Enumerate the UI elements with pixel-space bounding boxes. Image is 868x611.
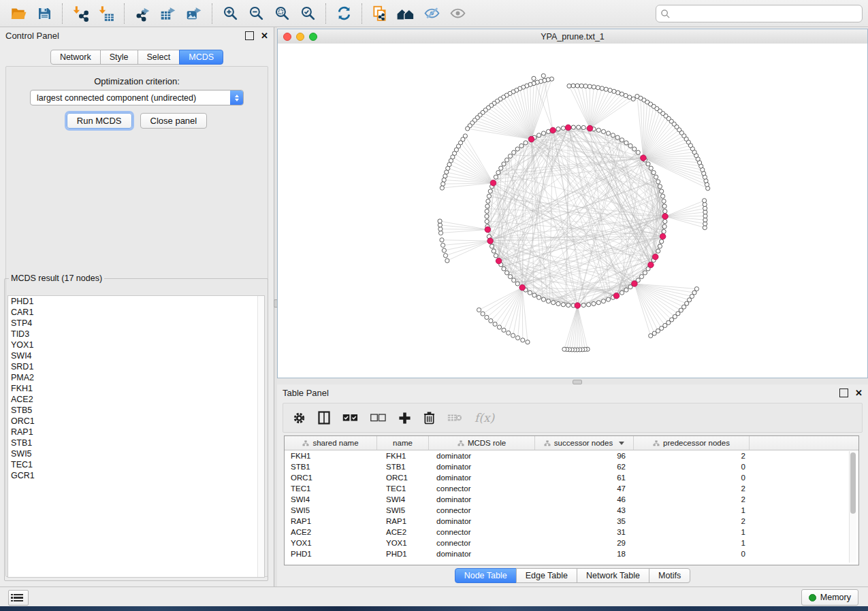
mcds-result-item[interactable]: CAR1 [8,307,264,318]
network-window-titlebar[interactable]: YPA_prune.txt_1 [278,29,867,44]
tab-style[interactable]: Style [100,50,138,65]
table-row[interactable]: ACE2ACE2connector311 [285,527,858,538]
mcds-result-item[interactable]: STB1 [8,437,264,448]
hide-selected-button[interactable] [420,3,443,24]
close-panel-button[interactable]: Close panel [140,113,208,129]
mcds-result-item[interactable]: PHD1 [8,296,264,307]
mcds-result-item[interactable]: SWI4 [8,350,264,361]
show-columns-button[interactable] [318,411,330,425]
close-panel-icon[interactable]: ✕ [855,389,863,397]
table-cell: ORC1 [285,474,377,482]
select-all-button[interactable] [342,414,358,422]
toolbar-separator [62,3,63,24]
mcds-result-item[interactable]: YOX1 [8,340,264,350]
task-history-button[interactable] [8,590,29,606]
table-cell: SWI4 [377,495,429,503]
export-network-button[interactable] [131,3,154,24]
open-folder-icon [10,5,27,22]
table-scrollbar[interactable] [849,451,856,563]
table-cell: connector [429,528,535,536]
export-table-button[interactable] [157,3,180,24]
table-row[interactable]: RAP1RAP1dominator352 [285,516,858,527]
tab-select[interactable]: Select [138,50,180,65]
mcds-result-item[interactable]: PMA2 [8,372,264,383]
tab-node-table[interactable]: Node Table [455,568,517,583]
mcds-result-item[interactable]: RAP1 [8,427,264,437]
mcds-result-list[interactable]: PHD1CAR1STP4TID3YOX1SWI4SRD1PMA2FKH1ACE2… [7,295,265,578]
network-canvas[interactable] [278,44,867,378]
tab-network-table[interactable]: Network Table [577,568,649,583]
refresh-button[interactable] [332,3,355,24]
tab-edge-table[interactable]: Edge Table [516,568,577,583]
mcds-result-title: MCDS result (17 nodes) [9,274,104,283]
zoom-out-button[interactable] [244,3,268,24]
deselect-all-button[interactable] [370,414,386,422]
mcds-list-scrollbar[interactable] [257,296,264,577]
mcds-result-item[interactable]: GCR1 [8,470,264,481]
clone-network-button[interactable] [368,3,391,24]
table-settings-button[interactable] [293,412,306,425]
criterion-select[interactable]: largest connected component (undirected) [30,90,244,105]
mcds-result-item[interactable]: TEC1 [8,459,264,470]
column-header-predecessor-nodes[interactable]: predecessor nodes [634,436,750,450]
tab-network[interactable]: Network [50,50,101,65]
node-table: shared name name MCDS role successor nod… [284,435,859,565]
open-file-button[interactable] [7,3,30,24]
tab-motifs[interactable]: Motifs [649,568,690,583]
table-cell: 1 [634,506,750,514]
mcds-result-item[interactable]: SRD1 [8,361,264,372]
double-home-icon [396,5,415,22]
export-image-button[interactable] [182,3,206,24]
import-network-button[interactable] [69,3,92,24]
delete-table-button[interactable] [447,413,462,423]
mcds-result-item[interactable]: STP4 [8,318,264,329]
table-cell: 2 [634,495,750,503]
table-row[interactable]: FKH1FKH1dominator962 [285,450,858,461]
table-row[interactable]: STB1STB1dominator620 [285,461,858,472]
tab-mcds[interactable]: MCDS [179,50,223,65]
memory-button[interactable]: Memory [801,589,858,606]
home-view-button[interactable] [394,3,417,24]
column-header-shared-name[interactable]: shared name [285,436,377,450]
delete-column-button[interactable] [423,411,435,425]
network-graph[interactable] [278,44,867,378]
close-panel-icon[interactable]: ✕ [261,32,268,39]
run-mcds-button[interactable]: Run MCDS [67,113,132,129]
column-header-name[interactable]: name [377,436,429,450]
table-row[interactable]: YOX1YOX1connector291 [285,538,858,548]
import-table-icon [97,5,115,22]
table-row[interactable]: TEC1TEC1connector472 [285,483,858,494]
horizontal-splitter[interactable] [277,378,868,384]
optimization-criterion-label: Optimization criterion: [0,76,274,86]
scrollbar-thumb[interactable] [850,452,856,514]
mcds-result-item[interactable]: STB5 [8,405,264,416]
mcds-result-item[interactable]: SWI5 [8,448,264,459]
import-table-button[interactable] [95,3,118,24]
table-row[interactable]: ORC1ORC1dominator610 [285,472,858,483]
add-column-button[interactable] [398,412,411,425]
table-cell: 31 [535,528,634,536]
table-cell: 1 [634,539,750,547]
table-cell: dominator [429,474,535,482]
save-session-button[interactable] [33,3,56,24]
splitter-grip[interactable] [573,380,582,384]
column-header-mcds-role[interactable]: MCDS role [429,436,535,450]
table-row[interactable]: SWI5SWI5connector431 [285,505,858,516]
table-row[interactable]: SWI4SWI4dominator462 [285,494,858,505]
show-all-button[interactable] [446,3,469,24]
table-row[interactable]: PHD1PHD1dominator180 [285,548,858,559]
mcds-result-item[interactable]: ORC1 [8,416,264,427]
zoom-in-button[interactable] [219,3,242,24]
mcds-result-item[interactable]: ACE2 [8,394,264,405]
column-header-successor-nodes[interactable]: successor nodes [535,436,634,450]
mcds-result-item[interactable]: FKH1 [8,383,264,394]
zoom-fit-button[interactable] [270,3,293,24]
search-box [656,5,863,22]
zoom-selected-button[interactable] [296,3,319,24]
search-input[interactable] [671,6,862,21]
float-panel-icon[interactable] [839,389,848,397]
import-network-icon [71,5,89,22]
mcds-result-item[interactable]: TID3 [8,329,264,340]
float-panel-icon[interactable] [245,31,254,40]
function-builder-button[interactable]: f(x) [475,411,494,425]
